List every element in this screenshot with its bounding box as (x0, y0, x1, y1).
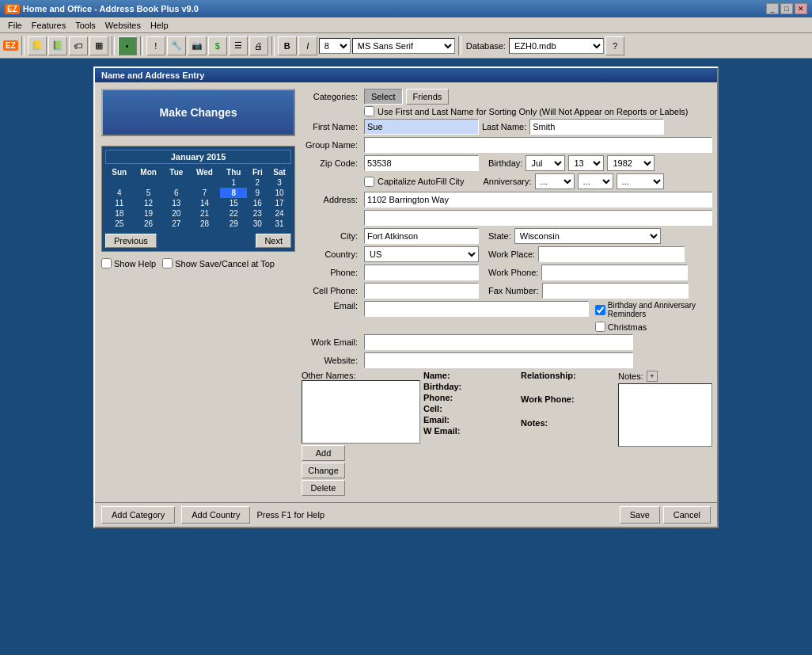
website-input[interactable] (364, 352, 633, 368)
add-name-button[interactable]: Add (302, 445, 345, 461)
calendar-day[interactable]: 7 (189, 188, 220, 198)
calendar-day[interactable]: 26 (133, 219, 163, 229)
calendar-day[interactable]: 28 (189, 219, 220, 229)
toolbar-exclaim-icon[interactable]: ! (146, 36, 165, 55)
calendar-day[interactable]: 29 (220, 219, 248, 229)
calendar-day[interactable]: 10 (268, 188, 291, 198)
change-name-button[interactable]: Change (302, 463, 345, 478)
show-help-checkbox[interactable] (101, 258, 112, 268)
calendar-day[interactable]: 4 (105, 188, 133, 198)
birthday-year-select[interactable]: 1982 (607, 155, 655, 171)
calendar-day[interactable]: 1 (220, 177, 248, 188)
anniversary-day-select[interactable]: ... (578, 173, 613, 189)
calendar-day[interactable]: 31 (268, 219, 291, 229)
toolbar-bold-icon[interactable]: B (278, 36, 297, 55)
country-select[interactable]: US (364, 246, 479, 262)
add-category-button[interactable]: Add Category (101, 506, 175, 524)
calendar-day[interactable]: 3 (268, 177, 291, 188)
sorting-checkbox[interactable] (364, 106, 374, 116)
toolbar-help-icon[interactable]: ? (605, 36, 624, 55)
toolbar-print-icon[interactable]: 🖨 (249, 36, 268, 55)
menu-websites[interactable]: Websites (101, 20, 146, 31)
birthday-day-select[interactable]: 13 (568, 155, 604, 171)
state-select[interactable]: Wisconsin (514, 228, 661, 244)
calendar-day[interactable]: 22 (220, 208, 248, 219)
calendar-day[interactable]: 23 (247, 208, 268, 219)
show-savecancel-checkbox[interactable] (162, 258, 173, 268)
city-input[interactable] (364, 228, 479, 244)
toolbar-book2-icon[interactable]: 📗 (48, 36, 67, 55)
font-name-select[interactable]: MS Sans Serif (352, 38, 455, 54)
toolbar-italic-icon[interactable]: I (298, 36, 317, 55)
toolbar-tag-icon[interactable]: 🏷 (69, 36, 88, 55)
menu-help[interactable]: Help (146, 20, 173, 31)
calendar-day[interactable] (105, 177, 133, 188)
toolbar-wrench-icon[interactable]: 🔧 (167, 36, 186, 55)
calendar-day[interactable]: 15 (220, 198, 248, 208)
capitalize-checkbox[interactable] (364, 177, 374, 187)
workphone-input[interactable] (541, 265, 688, 280)
calendar-day[interactable]: 2 (247, 177, 268, 188)
calendar-day[interactable]: 6 (164, 188, 189, 198)
calendar-day[interactable]: 24 (268, 208, 291, 219)
calendar-day[interactable]: 5 (133, 188, 163, 198)
calendar-day[interactable]: 18 (105, 208, 133, 219)
cancel-button[interactable]: Cancel (663, 506, 711, 524)
minimize-button[interactable]: _ (766, 3, 779, 14)
cell-input[interactable] (364, 283, 479, 299)
calendar-day[interactable]: 14 (189, 198, 220, 208)
phone-input[interactable] (364, 265, 479, 280)
workemail-input[interactable] (364, 334, 633, 350)
address2-input[interactable] (364, 210, 712, 226)
font-size-select[interactable]: 8 (319, 38, 351, 54)
delete-name-button[interactable]: Delete (302, 480, 345, 496)
toolbar-grid-icon[interactable]: ▦ (89, 36, 108, 55)
birthday-month-select[interactable]: Jul (526, 155, 565, 171)
calendar-day[interactable]: 9 (247, 188, 268, 198)
calendar-day[interactable]: 13 (164, 198, 189, 208)
add-country-button[interactable]: Add Country (181, 506, 250, 524)
menu-tools[interactable]: Tools (70, 20, 101, 31)
toolbar-dollar-icon[interactable]: $ (208, 36, 227, 55)
calendar-day[interactable]: 25 (105, 219, 133, 229)
address-input[interactable] (364, 192, 712, 208)
calendar-day[interactable]: 20 (164, 208, 189, 219)
bday-reminder-checkbox[interactable] (595, 305, 605, 315)
toolbar-list-icon[interactable]: ☰ (229, 36, 248, 55)
calendar-day[interactable]: 19 (133, 208, 163, 219)
notes-textarea[interactable] (618, 383, 712, 447)
calendar-day[interactable]: 8 (220, 188, 248, 198)
calendar-day[interactable]: 21 (189, 208, 220, 219)
christmas-checkbox[interactable] (595, 322, 605, 332)
prev-button[interactable]: Previous (105, 234, 157, 248)
calendar-day[interactable] (189, 177, 220, 188)
maximize-button[interactable]: □ (780, 3, 793, 14)
calendar-day[interactable]: 11 (105, 198, 133, 208)
calendar-day[interactable]: 12 (133, 198, 163, 208)
friends-button[interactable]: Friends (406, 89, 450, 105)
toolbar-book-icon[interactable]: 📒 (28, 36, 47, 55)
next-button[interactable]: Next (256, 234, 291, 248)
close-button[interactable]: ✕ (795, 3, 807, 14)
calendar-day[interactable] (164, 177, 189, 188)
toolbar-green-icon[interactable]: ▪ (118, 36, 137, 55)
zip-input[interactable] (364, 155, 479, 171)
calendar-day[interactable]: 30 (247, 219, 268, 229)
notes-plus-button[interactable]: + (647, 371, 658, 382)
email-input[interactable] (364, 301, 589, 317)
database-select[interactable]: EZH0.mdb (509, 38, 604, 54)
save-button[interactable]: Save (620, 506, 660, 524)
group-name-input[interactable] (364, 137, 712, 153)
make-changes-button[interactable]: Make Changes (101, 89, 295, 136)
calendar-day[interactable] (133, 177, 163, 188)
calendar-day[interactable]: 27 (164, 219, 189, 229)
menu-file[interactable]: File (3, 20, 27, 31)
first-name-input[interactable] (364, 119, 479, 135)
toolbar-camera-icon[interactable]: 📷 (188, 36, 207, 55)
fax-input[interactable] (542, 283, 689, 299)
anniversary-year-select[interactable]: ... (617, 173, 664, 189)
calendar-day[interactable]: 16 (247, 198, 268, 208)
workplace-input[interactable] (538, 246, 685, 262)
calendar-day[interactable]: 17 (268, 198, 291, 208)
menu-features[interactable]: Features (27, 20, 70, 31)
